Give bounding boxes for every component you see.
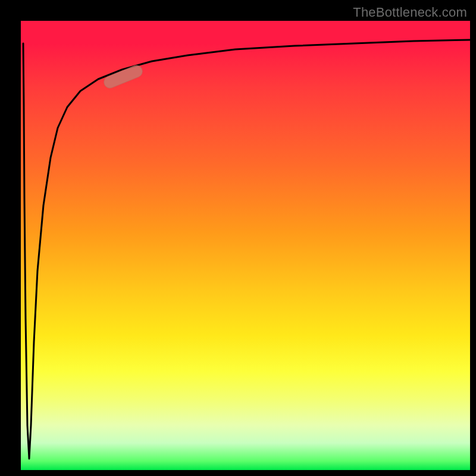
chart-frame: TheBottleneck.com: [0, 0, 476, 476]
curve-marker: [102, 64, 145, 90]
svg-rect-0: [102, 64, 145, 90]
bottleneck-curve: [23, 40, 470, 459]
plot-area: [21, 21, 470, 470]
plot-svg: [21, 21, 470, 470]
watermark-text: TheBottleneck.com: [353, 5, 467, 20]
